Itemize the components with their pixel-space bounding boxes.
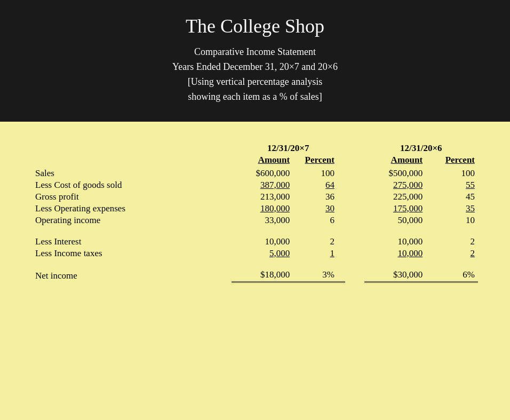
net-income-amt1: $18,000 — [232, 269, 293, 282]
operating-income-row: Operating income 33,000 6 50,000 10 — [32, 215, 478, 226]
net-income-row: Net income $18,000 3% $30,000 6% — [32, 269, 478, 282]
subtitle-line3: [Using vertical percentage analysis — [188, 76, 322, 87]
taxes-label: Less Income taxes — [32, 248, 232, 259]
spacer — [345, 191, 364, 203]
spacer-cell — [32, 226, 478, 236]
spacer — [345, 236, 364, 248]
interest-pct1: 2 — [293, 236, 345, 248]
sales-label: Sales — [32, 168, 232, 179]
operating-income-pct1: 6 — [293, 215, 345, 226]
percent1-col-header: Percent — [293, 154, 345, 168]
sales-amt2: $500,000 — [364, 168, 426, 179]
income-statement-table: 12/31/20×7 12/31/20×6 Amount Percent Amo… — [32, 138, 478, 283]
interest-pct2: 2 — [426, 236, 478, 248]
interest-amt1: 10,000 — [232, 236, 293, 248]
amount1-col-header: Amount — [232, 154, 293, 168]
sales-pct1: 100 — [293, 168, 345, 179]
interest-label: Less Interest — [32, 236, 232, 248]
empty-label-header — [32, 138, 232, 154]
sales-row: Sales $600,000 100 $500,000 100 — [32, 168, 478, 179]
operating-income-label: Operating income — [32, 215, 232, 226]
cogs-amt1: 387,000 — [232, 179, 293, 191]
spacer — [345, 269, 364, 282]
operating-income-pct2: 10 — [426, 215, 478, 226]
taxes-pct1: 1 — [293, 248, 345, 259]
net-income-pct1: 3% — [293, 269, 345, 282]
sales-pct2: 100 — [426, 168, 478, 179]
opex-pct1: 30 — [293, 203, 345, 215]
net-income-pct2: 6% — [426, 269, 478, 282]
header: The College Shop Comparative Income Stat… — [0, 0, 510, 122]
amount2-label: Amount — [391, 155, 423, 165]
cogs-amt2: 275,000 — [364, 179, 426, 191]
spacer — [345, 203, 364, 215]
gross-profit-pct1: 36 — [293, 191, 345, 203]
opex-amt1: 180,000 — [232, 203, 293, 215]
operating-income-amt2: 50,000 — [364, 215, 426, 226]
amount1-label: Amount — [258, 155, 290, 165]
label-col-header — [32, 154, 232, 168]
col-labels-row: Amount Percent Amount Percent — [32, 154, 478, 168]
net-income-label: Net income — [32, 269, 232, 282]
cogs-label: Less Cost of goods sold — [32, 179, 232, 191]
percent2-label: Percent — [445, 155, 475, 165]
cogs-row: Less Cost of goods sold 387,000 64 275,0… — [32, 179, 478, 191]
sales-amt1: $600,000 — [232, 168, 293, 179]
spacer — [345, 215, 364, 226]
taxes-amt1: 5,000 — [232, 248, 293, 259]
opex-amt2: 175,000 — [364, 203, 426, 215]
spacer — [345, 168, 364, 179]
taxes-amt2: 10,000 — [364, 248, 426, 259]
gross-profit-row: Gross profit 213,000 36 225,000 45 — [32, 191, 478, 203]
opex-pct2: 35 — [426, 203, 478, 215]
opex-row: Less Operating expenses 180,000 30 175,0… — [32, 203, 478, 215]
net-income-amt2: $30,000 — [364, 269, 426, 282]
report-subtitle: Comparative Income Statement Years Ended… — [21, 45, 489, 105]
interest-amt2: 10,000 — [364, 236, 426, 248]
gross-profit-label: Gross profit — [32, 191, 232, 203]
company-title: The College Shop — [21, 15, 489, 37]
spacer-row2 — [32, 259, 478, 269]
percent1-label: Percent — [305, 155, 334, 165]
spacer-cell2 — [32, 259, 478, 269]
subtitle-line4: showing each item as a % of sales] — [188, 91, 322, 102]
taxes-row: Less Income taxes 5,000 1 10,000 2 — [32, 248, 478, 259]
period2-header: 12/31/20×6 — [364, 138, 478, 154]
period1-header: 12/31/20×7 — [232, 138, 345, 154]
interest-row: Less Interest 10,000 2 10,000 2 — [32, 236, 478, 248]
amount2-col-header: Amount — [364, 154, 426, 168]
operating-income-amt1: 33,000 — [232, 215, 293, 226]
opex-label: Less Operating expenses — [32, 203, 232, 215]
spacer — [345, 248, 364, 259]
taxes-pct2: 2 — [426, 248, 478, 259]
percent2-col-header: Percent — [426, 154, 478, 168]
cogs-pct2: 55 — [426, 179, 478, 191]
gross-profit-amt1: 213,000 — [232, 191, 293, 203]
spacer-col2 — [345, 154, 364, 168]
content-section: 12/31/20×7 12/31/20×6 Amount Percent Amo… — [0, 122, 510, 420]
period-header-row: 12/31/20×7 12/31/20×6 — [32, 138, 478, 154]
spacer-row1 — [32, 226, 478, 236]
cogs-pct1: 64 — [293, 179, 345, 191]
gross-profit-pct2: 45 — [426, 191, 478, 203]
spacer — [345, 179, 364, 191]
spacer-col — [345, 138, 364, 154]
subtitle-line1: Comparative Income Statement — [194, 46, 316, 57]
gross-profit-amt2: 225,000 — [364, 191, 426, 203]
subtitle-line2: Years Ended December 31, 20×7 and 20×6 — [172, 61, 338, 72]
